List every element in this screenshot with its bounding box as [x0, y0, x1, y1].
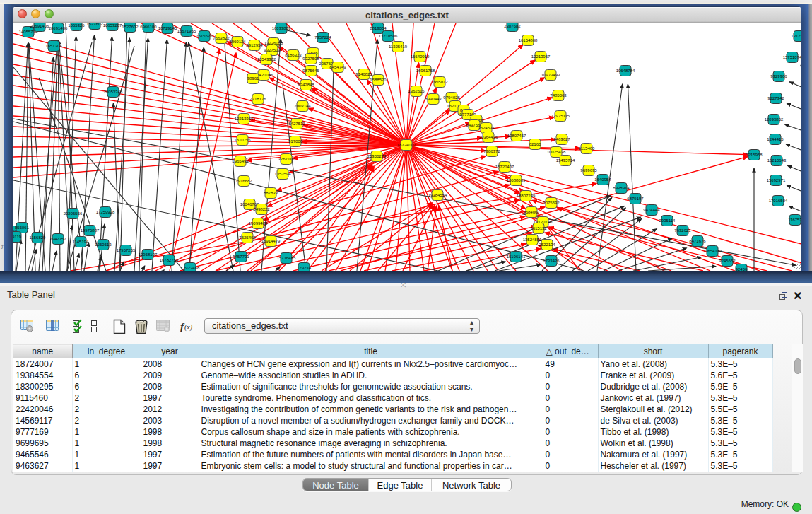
svg-text:10973493: 10973493	[541, 73, 560, 77]
svg-text:7515526: 7515526	[196, 34, 213, 38]
svg-text:1145194: 1145194	[73, 240, 90, 244]
svg-text:8912954: 8912954	[246, 43, 263, 47]
svg-text:1250513: 1250513	[95, 243, 112, 247]
svg-text:1244415: 1244415	[767, 137, 784, 141]
svg-text:9327509: 9327509	[264, 48, 281, 52]
svg-text:9474444: 9474444	[643, 208, 660, 212]
svg-text:16961758: 16961758	[416, 69, 435, 73]
svg-text:15692971: 15692971	[767, 178, 786, 182]
svg-text:15196141: 15196141	[507, 255, 526, 259]
svg-text:10688609: 10688609	[507, 178, 526, 182]
svg-text:9242848: 9242848	[298, 83, 314, 87]
svg-text:16210643: 16210643	[767, 158, 787, 163]
svg-text:1156829: 1156829	[30, 235, 47, 240]
svg-text:5498222: 5498222	[253, 207, 270, 211]
svg-text:9245652: 9245652	[719, 259, 736, 263]
svg-text:62160: 62160	[529, 142, 541, 146]
svg-text:2942757: 2942757	[49, 237, 66, 241]
svg-text:9327508: 9327508	[302, 57, 319, 61]
svg-text:19384554: 19384554	[428, 193, 447, 197]
svg-text:3215958: 3215958	[746, 153, 763, 157]
svg-text:1065326: 1065326	[68, 23, 85, 28]
svg-text:1527602: 1527602	[86, 23, 103, 26]
svg-text:8471676: 8471676	[689, 239, 706, 243]
svg-text:10648784: 10648784	[616, 69, 635, 73]
svg-text:2718176: 2718176	[249, 97, 266, 101]
svg-text:1615132: 1615132	[530, 226, 547, 230]
svg-text:16033809: 16033809	[272, 26, 291, 30]
svg-text:9794028: 9794028	[443, 95, 460, 100]
svg-text:10653267: 10653267	[103, 23, 122, 28]
svg-text:12213369: 12213369	[235, 117, 254, 121]
svg-text:116753: 116753	[788, 218, 801, 222]
svg-text:19975887: 19975887	[81, 228, 100, 233]
svg-text:17016504: 17016504	[769, 199, 788, 203]
svg-text:20691406: 20691406	[49, 26, 68, 30]
svg-text:3267110: 3267110	[278, 157, 295, 161]
svg-text:20206556: 20206556	[64, 211, 83, 216]
svg-text:16640910: 16640910	[411, 54, 430, 59]
svg-text:3684067: 3684067	[523, 210, 540, 214]
svg-text:1362615: 1362615	[408, 89, 425, 93]
svg-text:8990443: 8990443	[425, 97, 442, 101]
svg-text:10958107: 10958107	[139, 252, 158, 257]
svg-text:16099489: 16099489	[249, 221, 268, 226]
svg-text:9146821: 9146821	[355, 72, 372, 76]
svg-text:1312541: 1312541	[791, 34, 801, 38]
svg-text:39119: 39119	[13, 235, 22, 239]
svg-text:855061: 855061	[15, 226, 30, 230]
svg-text:2803144: 2803144	[294, 104, 311, 108]
svg-text:12093852: 12093852	[765, 117, 784, 122]
svg-text:7955812: 7955812	[431, 80, 448, 84]
svg-text:16914479: 16914479	[261, 239, 281, 243]
svg-text:17957255: 17957255	[117, 248, 136, 252]
svg-text:129234: 129234	[297, 266, 312, 270]
svg-text:7663822: 7663822	[213, 36, 230, 40]
svg-text:2387682: 2387682	[504, 24, 521, 28]
svg-text:8454749: 8454749	[329, 65, 346, 69]
svg-text:1965493: 1965493	[232, 159, 249, 163]
svg-text:9463627: 9463627	[553, 137, 570, 141]
svg-text:9457791: 9457791	[233, 255, 249, 259]
svg-text:1651306: 1651306	[45, 44, 62, 48]
svg-text:917006: 917006	[288, 139, 303, 144]
svg-text:8938914: 8938914	[613, 186, 630, 190]
svg-text:11325419: 11325419	[389, 45, 408, 49]
svg-text:13524851: 13524851	[523, 238, 542, 242]
svg-text:10025438: 10025438	[547, 150, 566, 154]
svg-text:7986372: 7986372	[483, 149, 500, 153]
svg-text:1916682: 1916682	[235, 179, 252, 183]
svg-text:1527602: 1527602	[122, 25, 139, 29]
svg-text:7485063: 7485063	[550, 93, 567, 98]
svg-text:8960124: 8960124	[229, 40, 246, 44]
svg-text:16782759: 16782759	[160, 258, 179, 262]
svg-text:1640954: 1640954	[594, 177, 611, 182]
svg-text:98961: 98961	[247, 76, 259, 81]
svg-text:12213967: 12213967	[531, 54, 551, 59]
svg-text:7357224: 7357224	[314, 35, 331, 40]
svg-text:13495714: 13495714	[556, 158, 575, 163]
svg-text:7632621: 7632621	[674, 228, 691, 233]
svg-text:16543382: 16543382	[257, 57, 276, 62]
svg-text:25300273: 25300273	[367, 154, 387, 158]
svg-text:1588520: 1588520	[370, 78, 387, 82]
svg-text:16154808: 16154808	[519, 38, 538, 42]
svg-text:2935114: 2935114	[659, 218, 676, 223]
svg-text:13218506: 13218506	[379, 34, 398, 38]
svg-text:2522134: 2522134	[539, 243, 555, 247]
svg-text:1353594: 1353594	[274, 172, 291, 176]
svg-text:1075692: 1075692	[543, 201, 560, 205]
svg-text:15720407: 15720407	[495, 165, 514, 169]
svg-text:9227342: 9227342	[767, 96, 784, 100]
svg-text:8427512: 8427512	[288, 122, 305, 126]
svg-text:(x): (x)	[184, 323, 193, 332]
svg-text:10719145: 10719145	[158, 26, 177, 30]
svg-text:6966100: 6966100	[140, 25, 157, 29]
svg-text:8813054: 8813054	[370, 26, 387, 30]
svg-text:16671955: 16671955	[177, 29, 196, 33]
svg-text:20053346: 20053346	[104, 90, 123, 94]
svg-text:17359928: 17359928	[96, 210, 115, 214]
svg-text:1733426: 1733426	[543, 259, 560, 263]
svg-text:9329966: 9329966	[770, 74, 787, 78]
svg-text:9699695: 9699695	[580, 168, 597, 173]
